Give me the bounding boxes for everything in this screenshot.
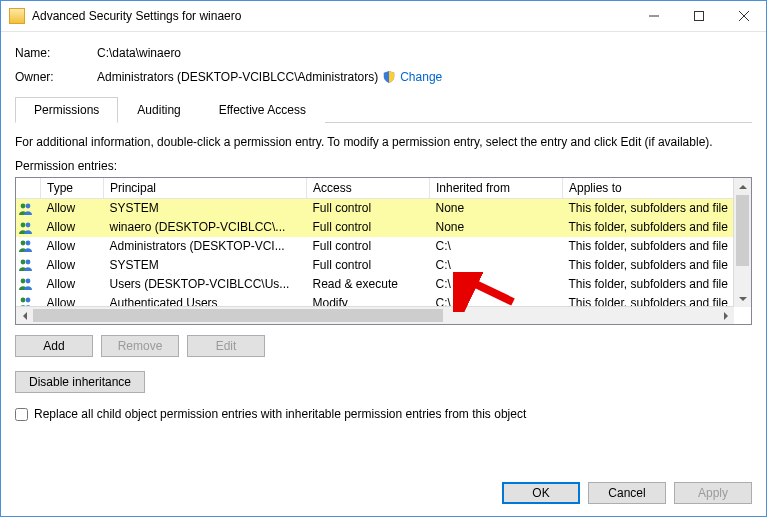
dialog-footer: OK Cancel Apply: [502, 482, 752, 504]
cancel-button[interactable]: Cancel: [588, 482, 666, 504]
replace-checkbox-row: Replace all child object permission entr…: [15, 407, 752, 421]
header-type[interactable]: Type: [41, 178, 104, 199]
owner-value: Administrators (DESKTOP-VCIBLCC\Administ…: [97, 70, 378, 84]
header-icon[interactable]: [16, 178, 41, 199]
header-principal[interactable]: Principal: [104, 178, 307, 199]
instructions-text: For additional information, double-click…: [15, 135, 752, 149]
tab-effective-access[interactable]: Effective Access: [200, 97, 325, 123]
name-value: C:\data\winaero: [97, 46, 181, 60]
cell-applies: This folder, subfolders and file: [563, 218, 752, 237]
cell-inherited: None: [430, 218, 563, 237]
vertical-scrollbar[interactable]: [733, 178, 751, 307]
scroll-right-arrow[interactable]: [717, 307, 734, 324]
shield-icon: [382, 70, 396, 84]
svg-point-8: [26, 260, 31, 265]
cell-type: Allow: [41, 255, 104, 274]
cell-principal: Administrators (DESKTOP-VCI...: [104, 237, 307, 256]
svg-point-12: [26, 298, 31, 303]
header-access[interactable]: Access: [307, 178, 430, 199]
cell-access: Full control: [307, 255, 430, 274]
replace-checkbox-label: Replace all child object permission entr…: [34, 407, 526, 421]
minimize-button[interactable]: [631, 1, 676, 31]
cell-inherited: None: [430, 199, 563, 218]
table-row[interactable]: AllowUsers (DESKTOP-VCIBLCC\Us...Read & …: [16, 274, 751, 293]
principal-icon: [18, 221, 34, 235]
horizontal-scroll-thumb[interactable]: [33, 309, 443, 322]
svg-point-2: [26, 203, 31, 208]
cell-access: Full control: [307, 199, 430, 218]
header-applies[interactable]: Applies to: [563, 178, 752, 199]
cell-inherited: C:\: [430, 274, 563, 293]
apply-button[interactable]: Apply: [674, 482, 752, 504]
ok-button[interactable]: OK: [502, 482, 580, 504]
svg-point-7: [21, 260, 26, 265]
window-buttons: [631, 1, 766, 31]
owner-label: Owner:: [15, 70, 97, 84]
cell-type: Allow: [41, 199, 104, 218]
cell-access: Full control: [307, 218, 430, 237]
entry-buttons: Add Remove Edit: [15, 335, 752, 357]
header-row: Type Principal Access Inherited from App…: [16, 178, 751, 199]
scroll-left-arrow[interactable]: [16, 307, 33, 324]
svg-point-11: [21, 298, 26, 303]
cell-type: Allow: [41, 274, 104, 293]
window-title: Advanced Security Settings for winaero: [32, 9, 631, 23]
scroll-up-arrow[interactable]: [734, 178, 751, 195]
svg-point-1: [21, 203, 26, 208]
cell-principal: SYSTEM: [104, 199, 307, 218]
cell-applies: This folder, subfolders and file: [563, 237, 752, 256]
cell-access: Full control: [307, 237, 430, 256]
change-owner-link[interactable]: Change: [400, 70, 442, 84]
svg-point-9: [21, 279, 26, 284]
cell-principal: Users (DESKTOP-VCIBLCC\Us...: [104, 274, 307, 293]
vertical-scroll-thumb[interactable]: [736, 195, 749, 266]
principal-icon: [18, 258, 34, 272]
cell-applies: This folder, subfolders and file: [563, 255, 752, 274]
window: Advanced Security Settings for winaero N…: [0, 0, 767, 517]
client-area: Name: C:\data\winaero Owner: Administrat…: [1, 42, 766, 421]
cell-inherited: C:\: [430, 237, 563, 256]
cell-principal: SYSTEM: [104, 255, 307, 274]
object-info: Name: C:\data\winaero Owner: Administrat…: [15, 42, 752, 90]
permission-entries-label: Permission entries:: [15, 159, 752, 173]
tab-strip: Permissions Auditing Effective Access: [15, 96, 752, 123]
disable-inheritance-button[interactable]: Disable inheritance: [15, 371, 145, 393]
svg-point-6: [26, 241, 31, 246]
cell-inherited: C:\: [430, 255, 563, 274]
cell-type: Allow: [41, 237, 104, 256]
cell-access: Read & execute: [307, 274, 430, 293]
svg-rect-0: [694, 12, 703, 21]
name-label: Name:: [15, 46, 97, 60]
cell-type: Allow: [41, 218, 104, 237]
svg-point-10: [26, 279, 31, 284]
edit-button[interactable]: Edit: [187, 335, 265, 357]
tab-auditing[interactable]: Auditing: [118, 97, 199, 123]
principal-icon: [18, 277, 34, 291]
cell-principal: winaero (DESKTOP-VCIBLCC\...: [104, 218, 307, 237]
scroll-down-arrow[interactable]: [734, 290, 751, 307]
cell-applies: This folder, subfolders and file: [563, 274, 752, 293]
maximize-button[interactable]: [676, 1, 721, 31]
permission-entries-grid[interactable]: Type Principal Access Inherited from App…: [15, 177, 752, 325]
svg-point-3: [21, 222, 26, 227]
svg-point-5: [21, 241, 26, 246]
table-row[interactable]: AllowSYSTEMFull controlC:\This folder, s…: [16, 255, 751, 274]
principal-icon: [18, 202, 34, 216]
cell-applies: This folder, subfolders and file: [563, 199, 752, 218]
svg-point-4: [26, 222, 31, 227]
horizontal-scrollbar[interactable]: [16, 306, 734, 324]
replace-checkbox[interactable]: [15, 408, 28, 421]
add-button[interactable]: Add: [15, 335, 93, 357]
close-button[interactable]: [721, 1, 766, 31]
table-row[interactable]: AllowSYSTEMFull controlNoneThis folder, …: [16, 199, 751, 218]
title-bar: Advanced Security Settings for winaero: [1, 1, 766, 32]
folder-security-icon: [9, 8, 25, 24]
tab-permissions[interactable]: Permissions: [15, 97, 118, 123]
header-inherited[interactable]: Inherited from: [430, 178, 563, 199]
table-row[interactable]: Allowwinaero (DESKTOP-VCIBLCC\...Full co…: [16, 218, 751, 237]
principal-icon: [18, 239, 34, 253]
remove-button[interactable]: Remove: [101, 335, 179, 357]
table-row[interactable]: AllowAdministrators (DESKTOP-VCI...Full …: [16, 237, 751, 256]
